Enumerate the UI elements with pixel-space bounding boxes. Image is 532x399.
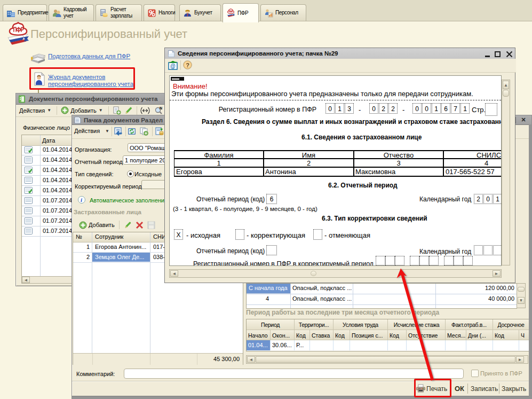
svg-text:@: @ [170,63,176,69]
svg-text:?: ? [186,62,189,68]
svg-text:N: N [160,106,162,110]
